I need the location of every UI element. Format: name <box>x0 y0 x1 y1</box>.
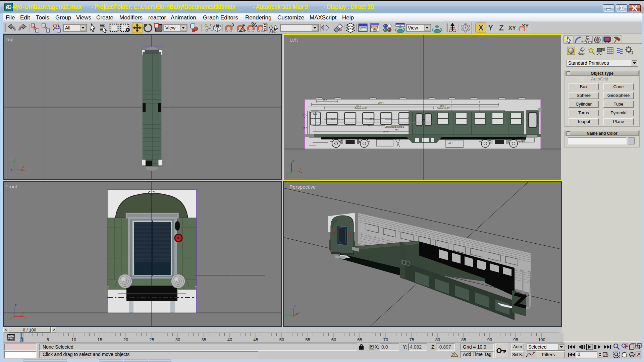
svg-text:20.7: 20.7 <box>323 99 327 101</box>
svg-text:!: ! <box>454 353 455 357</box>
svg-text:99.6: 99.6 <box>368 124 372 127</box>
svg-text:40: 40 <box>227 337 232 342</box>
svg-text:0: 0 <box>20 337 23 342</box>
svg-text:z: z <box>294 304 296 308</box>
svg-text:Z: Z <box>499 23 504 32</box>
svg-text:3: 3 <box>231 22 234 27</box>
svg-text:55: 55 <box>305 337 310 342</box>
svg-text:95: 95 <box>513 337 518 342</box>
svg-text:y: y <box>286 312 288 316</box>
svg-text:{}: {} <box>269 24 273 30</box>
svg-text:x: x <box>299 310 301 314</box>
svg-text:x: x <box>22 165 24 169</box>
svg-text:60: 60 <box>331 337 336 342</box>
svg-text:z: z <box>15 303 17 307</box>
svg-text:View: View <box>165 25 176 31</box>
svg-text:30: 30 <box>175 337 180 342</box>
svg-text:x: x <box>22 311 24 315</box>
svg-text:10: 10 <box>71 337 76 342</box>
svg-text:168.7: 168.7 <box>440 105 446 107</box>
svg-text:y: y <box>287 172 289 176</box>
svg-text:x: x <box>300 167 302 171</box>
svg-text:35: 35 <box>201 337 206 342</box>
svg-text:X: X <box>478 23 484 32</box>
svg-text:View: View <box>408 25 418 31</box>
svg-text:Rahmenteil 2: Rahmenteil 2 <box>437 107 450 109</box>
svg-text:43.1: 43.1 <box>313 113 317 115</box>
svg-text:20: 20 <box>123 337 128 342</box>
svg-text:15..0: 15..0 <box>356 105 361 107</box>
svg-text:90: 90 <box>487 337 492 342</box>
svg-text:Rahmenteil 1: Rahmenteil 1 <box>355 107 368 109</box>
svg-text:14.1: 14.1 <box>331 118 335 120</box>
svg-text:ABC: ABC <box>269 30 276 33</box>
svg-text:50: 50 <box>279 337 284 342</box>
svg-text:45: 45 <box>253 337 258 342</box>
svg-text:XY: XY <box>522 23 529 28</box>
svg-text:65: 65 <box>357 337 362 342</box>
svg-text:75: 75 <box>409 337 414 342</box>
svg-text:15: 15 <box>97 337 102 342</box>
svg-text:100: 100 <box>538 337 545 342</box>
svg-text:162.6: 162.6 <box>383 130 389 133</box>
svg-text:z: z <box>292 159 294 163</box>
svg-text:35.8: 35.8 <box>370 118 374 120</box>
svg-text:5: 5 <box>47 337 49 342</box>
svg-text:y: y <box>9 316 11 320</box>
svg-text:All: All <box>65 25 70 31</box>
svg-text:Y: Y <box>488 23 493 32</box>
svg-text:285: 285 <box>395 128 398 131</box>
svg-text:25: 25 <box>149 337 154 342</box>
svg-text:85: 85 <box>461 337 466 342</box>
svg-text:y: y <box>15 157 17 161</box>
svg-text:80: 80 <box>435 337 440 342</box>
svg-text:13.2: 13.2 <box>303 127 307 129</box>
svg-text:70: 70 <box>383 337 388 342</box>
svg-text:XY: XY <box>508 25 516 31</box>
svg-text:Langswand rechts 1: Langswand rechts 1 <box>385 126 405 128</box>
svg-text:48.1: 48.1 <box>448 142 453 144</box>
svg-text:z: z <box>10 168 12 172</box>
svg-text:205.4: 205.4 <box>378 102 384 104</box>
